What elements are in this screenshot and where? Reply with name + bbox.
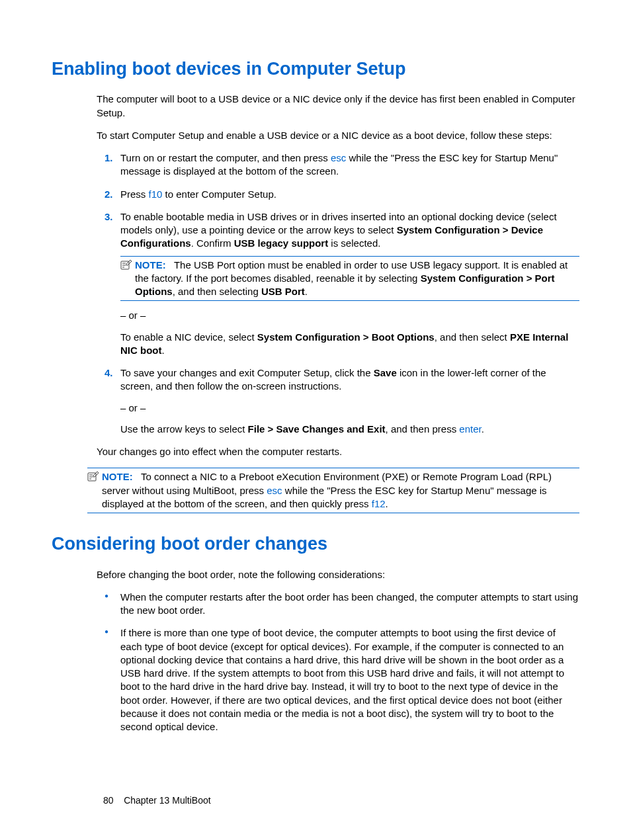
page-number: 80 xyxy=(103,795,114,806)
chapter-label: Chapter 13 MultiBoot xyxy=(124,795,211,806)
or-divider: – or – xyxy=(120,401,579,415)
step-1: 1. Turn on or restart the computer, and … xyxy=(107,151,579,179)
step-4: 4. To save your changes and exit Compute… xyxy=(107,366,579,436)
key-esc: esc xyxy=(331,152,346,163)
intro-para-2: To start Computer Setup and enable a USB… xyxy=(97,129,579,142)
step-number: 3. xyxy=(105,210,113,224)
key-esc: esc xyxy=(267,485,282,496)
step-4-alt: Use the arrow keys to select File > Save… xyxy=(120,423,579,436)
section-heading-considering: Considering boot order changes xyxy=(52,532,579,556)
bullet-2: If there is more than one type of boot d… xyxy=(107,626,579,734)
note-nic-pxe: NOTE: To connect a NIC to a Preboot eXec… xyxy=(87,468,579,513)
key-f10: f10 xyxy=(149,189,163,200)
step-3: 3. To enable bootable media in USB drive… xyxy=(107,210,579,357)
bullet-1: When the computer restarts after the boo… xyxy=(107,591,579,618)
key-enter: enter xyxy=(459,423,481,435)
step-number: 4. xyxy=(105,366,113,380)
or-divider: – or – xyxy=(120,309,579,322)
note-icon xyxy=(87,471,99,482)
step-number: 1. xyxy=(105,151,113,165)
step-2: 2. Press f10 to enter Computer Setup. xyxy=(107,188,579,201)
step-number: 2. xyxy=(105,188,113,201)
step-3-alt: To enable a NIC device, select System Co… xyxy=(120,331,579,358)
page-footer: 80 Chapter 13 MultiBoot xyxy=(103,794,211,807)
intro-para-1: The computer will boot to a USB device o… xyxy=(97,93,579,120)
section-heading-enabling: Enabling boot devices in Computer Setup xyxy=(52,57,579,81)
note-icon xyxy=(120,259,132,270)
note-usb-port: NOTE: The USB Port option must be enable… xyxy=(120,256,579,302)
key-f12: f12 xyxy=(372,498,386,509)
considering-intro: Before changing the boot order, note the… xyxy=(97,568,579,581)
after-steps-para: Your changes go into effect when the com… xyxy=(97,445,579,458)
